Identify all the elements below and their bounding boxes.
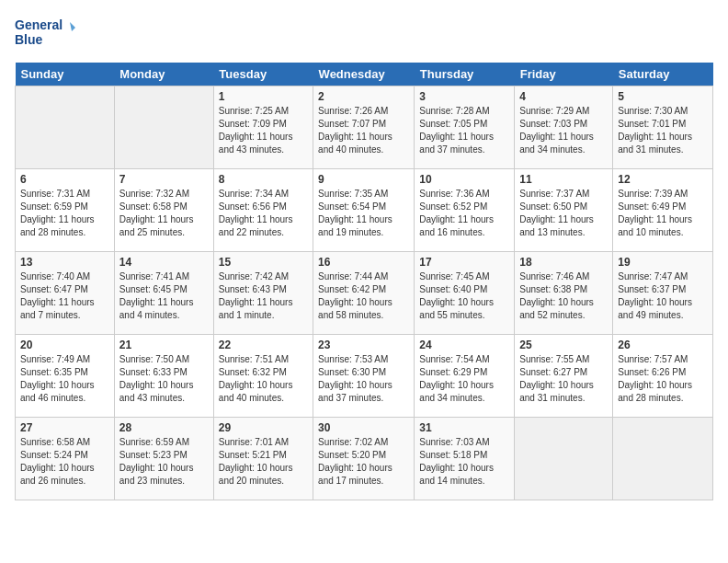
day-info: Sunrise: 7:47 AMSunset: 6:37 PMDaylight:… <box>618 270 708 322</box>
day-info: Sunrise: 7:32 AMSunset: 6:58 PMDaylight:… <box>119 188 209 239</box>
logo: General Blue <box>15 15 79 52</box>
day-number: 18 <box>519 256 608 269</box>
day-number: 9 <box>318 173 409 186</box>
day-number: 5 <box>618 90 708 103</box>
calendar-cell: 20Sunrise: 7:49 AMSunset: 6:35 PMDayligh… <box>16 335 115 418</box>
day-info: Sunrise: 7:26 AMSunset: 7:07 PMDaylight:… <box>318 105 409 156</box>
calendar-table: SundayMondayTuesdayWednesdayThursdayFrid… <box>15 63 713 500</box>
day-info: Sunrise: 7:31 AMSunset: 6:59 PMDaylight:… <box>20 188 109 239</box>
week-row-2: 6Sunrise: 7:31 AMSunset: 6:59 PMDaylight… <box>16 169 713 252</box>
week-row-5: 27Sunrise: 6:58 AMSunset: 5:24 PMDayligh… <box>16 418 713 500</box>
logo-svg: General Blue <box>15 15 79 52</box>
week-row-3: 13Sunrise: 7:40 AMSunset: 6:47 PMDayligh… <box>16 252 713 335</box>
day-info: Sunrise: 7:28 AMSunset: 7:05 PMDaylight:… <box>419 105 509 156</box>
day-number: 12 <box>618 173 708 186</box>
day-number: 23 <box>318 339 409 351</box>
day-header-tuesday: Tuesday <box>213 63 313 86</box>
day-header-wednesday: Wednesday <box>313 63 415 86</box>
day-info: Sunrise: 7:41 AMSunset: 6:45 PMDaylight:… <box>119 270 209 322</box>
day-number: 26 <box>618 339 708 351</box>
day-header-thursday: Thursday <box>415 63 515 86</box>
day-info: Sunrise: 7:03 AMSunset: 5:18 PMDaylight:… <box>419 436 509 488</box>
day-info: Sunrise: 7:45 AMSunset: 6:40 PMDaylight:… <box>419 270 509 322</box>
day-info: Sunrise: 7:40 AMSunset: 6:47 PMDaylight:… <box>20 270 109 322</box>
day-number: 7 <box>119 173 209 186</box>
day-info: Sunrise: 7:36 AMSunset: 6:52 PMDaylight:… <box>419 188 509 239</box>
day-number: 19 <box>618 256 708 269</box>
day-info: Sunrise: 6:58 AMSunset: 5:24 PMDaylight:… <box>20 436 109 488</box>
day-number: 22 <box>219 339 308 351</box>
day-number: 8 <box>219 173 308 186</box>
calendar-cell: 12Sunrise: 7:39 AMSunset: 6:49 PMDayligh… <box>613 169 713 252</box>
day-info: Sunrise: 7:42 AMSunset: 6:43 PMDaylight:… <box>219 270 308 322</box>
calendar-cell <box>114 86 213 169</box>
calendar-cell: 31Sunrise: 7:03 AMSunset: 5:18 PMDayligh… <box>415 418 515 500</box>
day-number: 14 <box>119 256 209 269</box>
day-info: Sunrise: 7:57 AMSunset: 6:26 PMDaylight:… <box>618 353 708 405</box>
calendar-cell: 8Sunrise: 7:34 AMSunset: 6:56 PMDaylight… <box>213 169 313 252</box>
calendar-cell: 19Sunrise: 7:47 AMSunset: 6:37 PMDayligh… <box>613 252 713 335</box>
calendar-cell: 29Sunrise: 7:01 AMSunset: 5:21 PMDayligh… <box>213 418 313 500</box>
day-info: Sunrise: 7:46 AMSunset: 6:38 PMDaylight:… <box>519 270 608 322</box>
header: General Blue <box>15 15 713 52</box>
calendar-cell: 26Sunrise: 7:57 AMSunset: 6:26 PMDayligh… <box>613 335 713 418</box>
day-header-saturday: Saturday <box>613 63 713 86</box>
day-number: 29 <box>219 421 308 434</box>
calendar-cell: 18Sunrise: 7:46 AMSunset: 6:38 PMDayligh… <box>515 252 613 335</box>
day-info: Sunrise: 7:53 AMSunset: 6:30 PMDaylight:… <box>318 353 409 405</box>
day-number: 20 <box>20 339 109 351</box>
day-info: Sunrise: 7:30 AMSunset: 7:01 PMDaylight:… <box>618 105 708 156</box>
day-number: 17 <box>419 256 509 269</box>
day-number: 11 <box>519 173 608 186</box>
day-info: Sunrise: 7:50 AMSunset: 6:33 PMDaylight:… <box>119 353 209 405</box>
header-row: SundayMondayTuesdayWednesdayThursdayFrid… <box>16 63 713 86</box>
day-number: 15 <box>219 256 308 269</box>
day-info: Sunrise: 7:54 AMSunset: 6:29 PMDaylight:… <box>419 353 509 405</box>
day-info: Sunrise: 7:34 AMSunset: 6:56 PMDaylight:… <box>219 188 308 239</box>
calendar-cell: 5Sunrise: 7:30 AMSunset: 7:01 PMDaylight… <box>613 86 713 169</box>
calendar-cell: 24Sunrise: 7:54 AMSunset: 6:29 PMDayligh… <box>415 335 515 418</box>
calendar-cell: 7Sunrise: 7:32 AMSunset: 6:58 PMDaylight… <box>114 169 213 252</box>
calendar-cell: 21Sunrise: 7:50 AMSunset: 6:33 PMDayligh… <box>114 335 213 418</box>
calendar-cell: 28Sunrise: 6:59 AMSunset: 5:23 PMDayligh… <box>114 418 213 500</box>
day-number: 27 <box>20 421 109 434</box>
day-info: Sunrise: 7:29 AMSunset: 7:03 PMDaylight:… <box>519 105 608 156</box>
calendar-cell: 6Sunrise: 7:31 AMSunset: 6:59 PMDaylight… <box>16 169 115 252</box>
calendar-cell <box>515 418 613 500</box>
day-number: 6 <box>20 173 109 186</box>
week-row-4: 20Sunrise: 7:49 AMSunset: 6:35 PMDayligh… <box>16 335 713 418</box>
calendar-cell: 25Sunrise: 7:55 AMSunset: 6:27 PMDayligh… <box>515 335 613 418</box>
day-info: Sunrise: 7:55 AMSunset: 6:27 PMDaylight:… <box>519 353 608 405</box>
calendar-cell: 10Sunrise: 7:36 AMSunset: 6:52 PMDayligh… <box>415 169 515 252</box>
day-number: 3 <box>419 90 509 103</box>
day-header-sunday: Sunday <box>16 63 115 86</box>
calendar-cell: 13Sunrise: 7:40 AMSunset: 6:47 PMDayligh… <box>16 252 115 335</box>
day-info: Sunrise: 7:49 AMSunset: 6:35 PMDaylight:… <box>20 353 109 405</box>
day-info: Sunrise: 7:39 AMSunset: 6:49 PMDaylight:… <box>618 188 708 239</box>
day-number: 13 <box>20 256 109 269</box>
day-info: Sunrise: 7:01 AMSunset: 5:21 PMDaylight:… <box>219 436 308 488</box>
calendar-cell <box>16 86 115 169</box>
day-info: Sunrise: 7:35 AMSunset: 6:54 PMDaylight:… <box>318 188 409 239</box>
day-header-monday: Monday <box>114 63 213 86</box>
calendar-cell: 30Sunrise: 7:02 AMSunset: 5:20 PMDayligh… <box>313 418 415 500</box>
svg-marker-3 <box>70 22 75 31</box>
calendar-cell: 11Sunrise: 7:37 AMSunset: 6:50 PMDayligh… <box>515 169 613 252</box>
day-info: Sunrise: 7:02 AMSunset: 5:20 PMDaylight:… <box>318 436 409 488</box>
day-number: 28 <box>119 421 209 434</box>
calendar-cell: 15Sunrise: 7:42 AMSunset: 6:43 PMDayligh… <box>213 252 313 335</box>
svg-text:General: General <box>15 17 63 32</box>
calendar-cell: 22Sunrise: 7:51 AMSunset: 6:32 PMDayligh… <box>213 335 313 418</box>
day-info: Sunrise: 7:37 AMSunset: 6:50 PMDaylight:… <box>519 188 608 239</box>
calendar-cell: 23Sunrise: 7:53 AMSunset: 6:30 PMDayligh… <box>313 335 415 418</box>
calendar-cell: 17Sunrise: 7:45 AMSunset: 6:40 PMDayligh… <box>415 252 515 335</box>
day-number: 30 <box>318 421 409 434</box>
calendar-cell: 2Sunrise: 7:26 AMSunset: 7:07 PMDaylight… <box>313 86 415 169</box>
calendar-cell <box>613 418 713 500</box>
day-number: 4 <box>519 90 608 103</box>
calendar-cell: 4Sunrise: 7:29 AMSunset: 7:03 PMDaylight… <box>515 86 613 169</box>
calendar-cell: 27Sunrise: 6:58 AMSunset: 5:24 PMDayligh… <box>16 418 115 500</box>
week-row-1: 1Sunrise: 7:25 AMSunset: 7:09 PMDaylight… <box>16 86 713 169</box>
day-number: 2 <box>318 90 409 103</box>
day-number: 10 <box>419 173 509 186</box>
